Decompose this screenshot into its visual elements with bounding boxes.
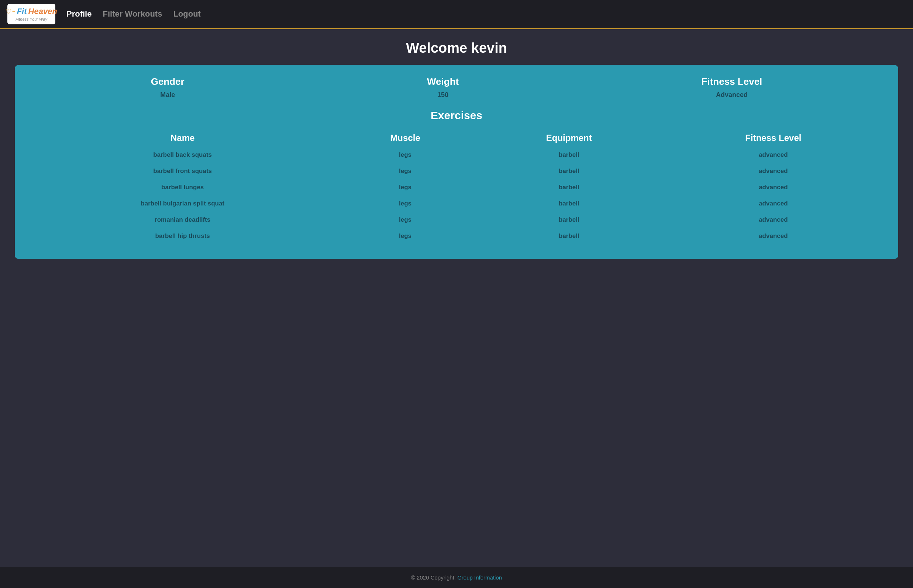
table-header: NameMuscleEquipmentFitness Level (29, 129, 884, 147)
fitness-block: Fitness Level Advanced (701, 76, 762, 99)
table-row: barbell front squatslegsbarbelladvanced (29, 163, 884, 179)
footer-link[interactable]: Group Information (457, 574, 502, 581)
table-cell: barbell (475, 179, 663, 195)
fitness-label: Fitness Level (701, 76, 762, 87)
gender-block: Gender Male (151, 76, 185, 99)
exercises-title: Exercises (29, 109, 884, 122)
table-cell: advanced (663, 212, 884, 228)
table-col-header: Equipment (475, 129, 663, 147)
exercises-table: NameMuscleEquipmentFitness Level barbell… (29, 129, 884, 244)
table-header-row: NameMuscleEquipmentFitness Level (29, 129, 884, 147)
table-cell: barbell bulgarian split squat (29, 195, 335, 212)
table-body: barbell back squatslegsbarbelladvancedba… (29, 147, 884, 244)
table-cell: advanced (663, 147, 884, 163)
nav-logout[interactable]: Logout (173, 9, 201, 19)
table-cell: legs (335, 195, 474, 212)
gender-value: Male (151, 91, 185, 99)
table-cell: barbell (475, 163, 663, 179)
footer-copyright: © 2020 Copyright: (411, 574, 457, 581)
table-row: romanian deadliftslegsbarbelladvanced (29, 212, 884, 228)
table-cell: advanced (663, 179, 884, 195)
navbar: ♡~ Fit Heaven Fitness Your Way Profile F… (0, 0, 913, 29)
weight-value: 150 (427, 91, 459, 99)
logo-fit: Fit (17, 6, 27, 16)
logo-subtitle: Fitness Your Way (16, 17, 47, 21)
footer: © 2020 Copyright: Group Information (0, 567, 913, 588)
table-col-header: Muscle (335, 129, 474, 147)
weight-label: Weight (427, 76, 459, 87)
table-cell: advanced (663, 163, 884, 179)
table-cell: legs (335, 179, 474, 195)
logo: ♡~ Fit Heaven Fitness Your Way (7, 4, 55, 24)
table-cell: barbell (475, 195, 663, 212)
logo-heaven: Heaven (28, 6, 57, 16)
table-cell: barbell (475, 212, 663, 228)
table-col-header: Fitness Level (663, 129, 884, 147)
table-row: barbell hip thrustslegsbarbelladvanced (29, 228, 884, 244)
table-row: barbell bulgarian split squatlegsbarbell… (29, 195, 884, 212)
table-cell: barbell back squats (29, 147, 335, 163)
table-cell: barbell lunges (29, 179, 335, 195)
table-row: barbell lungeslegsbarbelladvanced (29, 179, 884, 195)
table-cell: legs (335, 228, 474, 244)
nav-profile[interactable]: Profile (66, 9, 92, 19)
table-cell: advanced (663, 195, 884, 212)
table-cell: barbell front squats (29, 163, 335, 179)
fitness-value: Advanced (701, 91, 762, 99)
table-cell: advanced (663, 228, 884, 244)
table-cell: barbell (475, 228, 663, 244)
logo-icon: ♡~ (5, 7, 16, 16)
table-cell: barbell (475, 147, 663, 163)
welcome-heading: Welcome kevin (15, 40, 898, 56)
table-cell: legs (335, 147, 474, 163)
nav-links: Profile Filter Workouts Logout (66, 9, 201, 19)
profile-stats: Gender Male Weight 150 Fitness Level Adv… (29, 76, 884, 99)
gender-label: Gender (151, 76, 185, 87)
weight-block: Weight 150 (427, 76, 459, 99)
table-cell: romanian deadlifts (29, 212, 335, 228)
table-cell: barbell hip thrusts (29, 228, 335, 244)
main-content: Welcome kevin Gender Male Weight 150 Fit… (0, 29, 913, 567)
table-row: barbell back squatslegsbarbelladvanced (29, 147, 884, 163)
table-cell: legs (335, 163, 474, 179)
table-col-header: Name (29, 129, 335, 147)
profile-card: Gender Male Weight 150 Fitness Level Adv… (15, 65, 898, 259)
nav-filter-workouts[interactable]: Filter Workouts (103, 9, 162, 19)
table-cell: legs (335, 212, 474, 228)
